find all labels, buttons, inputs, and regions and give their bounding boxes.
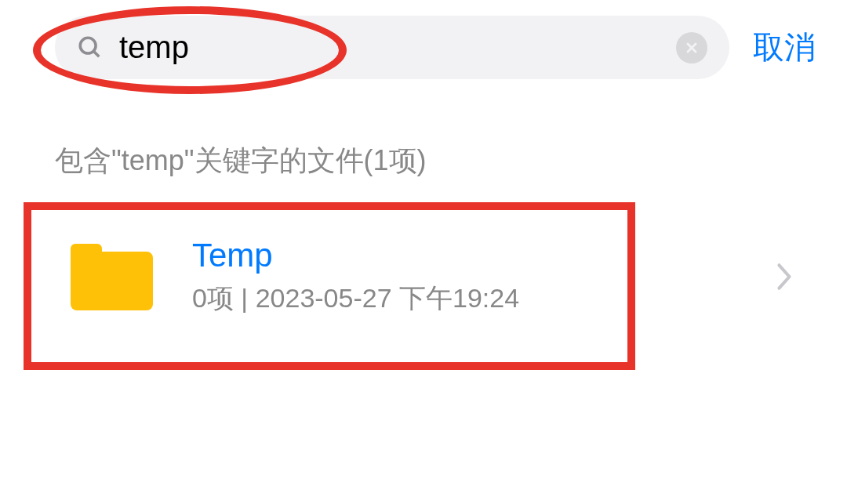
search-header: 取消 [0, 0, 847, 95]
folder-icon [71, 244, 153, 310]
search-icon [77, 34, 104, 61]
item-count: 0项 [192, 283, 234, 313]
cancel-button[interactable]: 取消 [753, 26, 816, 69]
item-timestamp: 2023-05-27 下午19:24 [256, 283, 519, 313]
close-icon [684, 40, 700, 56]
results-header: 包含"temp"关键字的文件(1项) [0, 95, 847, 204]
chevron-right-icon [776, 263, 792, 291]
search-input[interactable] [119, 30, 676, 65]
result-title: Temp [192, 237, 776, 274]
svg-point-0 [80, 38, 96, 53]
result-text: Temp 0项 | 2023-05-27 下午19:24 [192, 237, 776, 317]
meta-separator: | [234, 283, 256, 313]
search-container [55, 16, 729, 79]
result-wrapper: Temp 0项 | 2023-05-27 下午19:24 [24, 204, 823, 350]
svg-line-1 [93, 51, 99, 56]
search-bar[interactable] [55, 16, 729, 79]
clear-search-button[interactable] [676, 32, 707, 63]
result-item[interactable]: Temp 0项 | 2023-05-27 下午19:24 [24, 204, 823, 350]
result-meta: 0项 | 2023-05-27 下午19:24 [192, 281, 776, 317]
